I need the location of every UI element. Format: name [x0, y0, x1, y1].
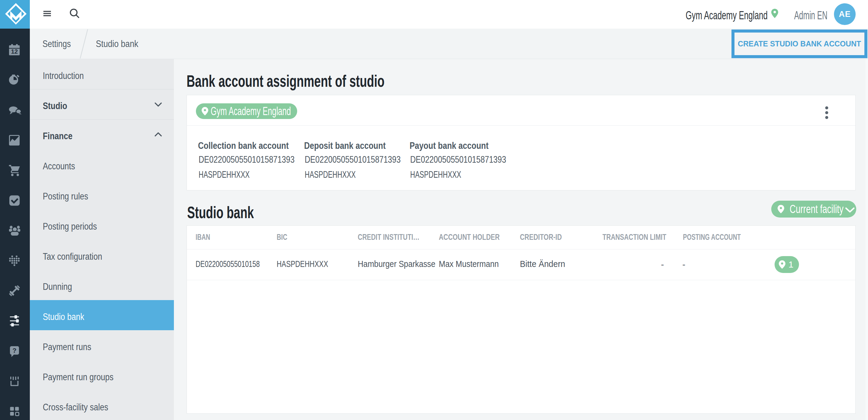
svg-text:?: ?	[12, 347, 16, 354]
svg-text:12: 12	[11, 48, 18, 55]
